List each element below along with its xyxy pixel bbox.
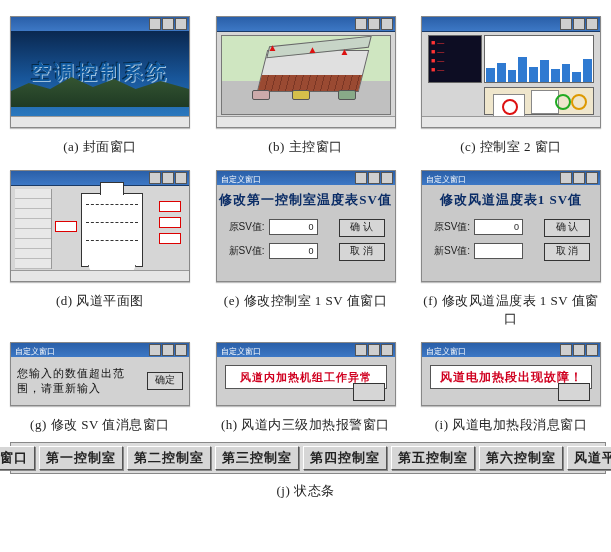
titlebar: 自定义窗口 — [11, 343, 189, 358]
input-new-sv[interactable] — [474, 243, 523, 259]
status-btn-duct[interactable]: 风道平面图 — [567, 446, 611, 470]
room-view — [484, 87, 594, 115]
titlebar: 自定义窗口 — [422, 171, 600, 186]
status-btn-room5[interactable]: 第五控制室 — [391, 446, 475, 470]
label-new-sv: 新SV值: — [434, 244, 470, 258]
dialog-heading: 修改风道温度表1 SV值 — [422, 191, 600, 209]
modify-sv-room1-thumb: 自定义窗口 修改第一控制室温度表SV值 原SV值: 0 新SV值: 0 确 认 … — [216, 170, 396, 282]
dialog-heading: 修改第一控制室温度表SV值 — [217, 191, 395, 209]
subfigure-f: 自定义窗口 修改风道温度表1 SV值 原SV值: 0 新SV值: 确 认 取 消… — [421, 170, 601, 328]
statusline — [422, 116, 600, 127]
value-box — [55, 221, 77, 232]
figure-grid: 空调控制系统 (a) 封面窗口 ▲ ▲ ▲ (b) 主控窗口 — [10, 16, 601, 434]
building — [256, 50, 368, 92]
caption-f: (f) 修改风道温度表 1 SV 值窗口 — [421, 292, 601, 328]
confirm-button[interactable]: 确 认 — [339, 219, 385, 237]
status-bar: 主控窗口 第一控制室 第二控制室 第三控制室 第四控制室 第五控制室 第六控制室… — [10, 442, 606, 474]
value-box — [159, 201, 181, 212]
side-list — [15, 189, 52, 269]
dialog-body: 修改风道温度表1 SV值 原SV值: 0 新SV值: 确 认 取 消 — [422, 185, 600, 281]
message-text: 您输入的数值超出范围，请重新输入 — [17, 366, 141, 396]
ok-button[interactable] — [558, 383, 590, 401]
caption-g: (g) 修改 SV 值消息窗口 — [30, 416, 170, 434]
titlebar: 自定义窗口 — [422, 343, 600, 358]
input-old-sv[interactable]: 0 — [474, 219, 523, 235]
titlebar — [422, 17, 600, 32]
caption-b: (b) 主控窗口 — [268, 138, 342, 156]
marker-icon: ▲ — [340, 46, 350, 57]
subfigure-i: 自定义窗口 风道电加热段出现故障！ (i) 风道电加热段消息窗口 — [421, 342, 601, 434]
input-old-sv[interactable]: 0 — [269, 219, 318, 235]
subfigure-d: (d) 风道平面图 — [10, 170, 190, 328]
vehicle-icon — [338, 90, 356, 100]
titlebar: 自定义窗口 — [217, 171, 395, 186]
sv-message-thumb: 自定义窗口 您输入的数值超出范围，请重新输入 确定 — [10, 342, 190, 406]
status-btn-room4[interactable]: 第四控制室 — [303, 446, 387, 470]
legend-panel: ■ —■ —■ —■ — — [428, 35, 482, 83]
ok-button[interactable]: 确定 — [147, 372, 183, 390]
marker-icon: ▲ — [308, 44, 318, 55]
caption-a: (a) 封面窗口 — [63, 138, 137, 156]
titlebar — [217, 17, 395, 32]
indicator-yellow-icon — [571, 94, 587, 110]
caption-d: (d) 风道平面图 — [56, 292, 144, 310]
label-old-sv: 原SV值: — [229, 220, 265, 234]
subfigure-e: 自定义窗口 修改第一控制室温度表SV值 原SV值: 0 新SV值: 0 确 认 … — [216, 170, 396, 328]
dialog-body: 风道内加热机组工作异常 — [217, 357, 395, 405]
titlebar — [11, 17, 189, 32]
control-room2-thumb: ■ —■ —■ —■ — — [421, 16, 601, 128]
cover-window-thumb: 空调控制系统 — [10, 16, 190, 128]
caption-i: (i) 风道电加热段消息窗口 — [435, 416, 588, 434]
subfigure-g: 自定义窗口 您输入的数值超出范围，请重新输入 确定 (g) 修改 SV 值消息窗… — [10, 342, 190, 434]
indicator-green-icon — [555, 94, 571, 110]
ok-button[interactable] — [353, 383, 385, 401]
status-btn-room6[interactable]: 第六控制室 — [479, 446, 563, 470]
heater-alarm-thumb: 自定义窗口 风道内加热机组工作异常 — [216, 342, 396, 406]
confirm-button[interactable]: 确 认 — [544, 219, 590, 237]
row-new-sv: 新SV值: 0 — [229, 243, 318, 259]
main-window-thumb: ▲ ▲ ▲ — [216, 16, 396, 128]
status-btn-room1[interactable]: 第一控制室 — [39, 446, 123, 470]
statusline — [11, 116, 189, 127]
titlebar: 自定义窗口 — [217, 343, 395, 358]
eheater-message-thumb: 自定义窗口 风道电加热段出现故障！ — [421, 342, 601, 406]
cover-backdrop: 空调控制系统 — [11, 31, 189, 117]
trend-chart — [484, 35, 594, 83]
input-new-sv[interactable]: 0 — [269, 243, 318, 259]
dialog-body: 修改第一控制室温度表SV值 原SV值: 0 新SV值: 0 确 认 取 消 — [217, 185, 395, 281]
label-new-sv: 新SV值: — [229, 244, 265, 258]
status-btn-room2[interactable]: 第二控制室 — [127, 446, 211, 470]
marker-icon: ▲ — [268, 42, 278, 53]
statusline — [11, 270, 189, 281]
status-btn-main[interactable]: 主控窗口 — [0, 446, 35, 470]
dialog-body: 风道电加热段出现故障！ — [422, 357, 600, 405]
vehicle-icon — [292, 90, 310, 100]
cancel-button[interactable]: 取 消 — [544, 243, 590, 261]
subfigure-b: ▲ ▲ ▲ (b) 主控窗口 — [216, 16, 396, 156]
duct-plan-thumb — [10, 170, 190, 282]
dialog-body: 您输入的数值超出范围，请重新输入 确定 — [11, 357, 189, 405]
value-box — [159, 233, 181, 244]
row-old-sv: 原SV值: 0 — [229, 219, 318, 235]
caption-h: (h) 风道内三级加热报警窗口 — [221, 416, 390, 434]
caption-e: (e) 修改控制室 1 SV 值窗口 — [224, 292, 387, 310]
site-plan: ▲ ▲ ▲ — [221, 35, 391, 115]
statusline — [217, 116, 395, 127]
row-old-sv: 原SV值: 0 — [434, 219, 523, 235]
status-btn-room3[interactable]: 第三控制室 — [215, 446, 299, 470]
value-box — [159, 217, 181, 228]
caption-j: (j) 状态条 — [10, 482, 601, 500]
caption-c: (c) 控制室 2 窗口 — [460, 138, 562, 156]
label-old-sv: 原SV值: — [434, 220, 470, 234]
vehicle-icon — [252, 90, 270, 100]
row-new-sv: 新SV值: — [434, 243, 523, 259]
cancel-button[interactable]: 取 消 — [339, 243, 385, 261]
subfigure-h: 自定义窗口 风道内加热机组工作异常 (h) 风道内三级加热报警窗口 — [216, 342, 396, 434]
subfigure-a: 空调控制系统 (a) 封面窗口 — [10, 16, 190, 156]
subfigure-c: ■ —■ —■ —■ — (c) 控制室 2 窗口 — [421, 16, 601, 156]
duct-diagram — [81, 193, 143, 267]
modify-sv-duct1-thumb: 自定义窗口 修改风道温度表1 SV值 原SV值: 0 新SV值: 确 认 取 消 — [421, 170, 601, 282]
